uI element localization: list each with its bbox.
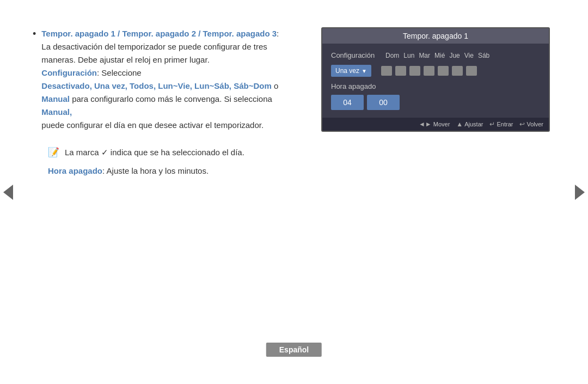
right-arrow-button[interactable] [572, 16, 588, 368]
manual-word2: Manual, [41, 107, 72, 117]
tv-panel: Tempor. apagado 1 Configuración Dom Lun … [321, 27, 550, 132]
bullet-body: Tempor. apagado 1 / Tempor. apagado 2 / … [41, 27, 299, 132]
tv-day-box-7[interactable] [466, 66, 477, 76]
tv-time-row: 04 00 [331, 95, 540, 110]
tv-day-boxes [381, 66, 477, 76]
tv-day-lun: Lun [403, 52, 414, 59]
right-arrow-icon [575, 185, 585, 200]
config-colon: : Seleccione [97, 68, 142, 77]
tv-day-box-4[interactable] [424, 66, 434, 76]
options-list: Desactivado, Una vez, Todos, Lun~Vie, Lu… [41, 81, 271, 90]
text-section: • Tempor. apagado 1 / Tempor. apagado 2 … [33, 27, 299, 136]
move-icon: ◄► [419, 120, 432, 128]
o: o [274, 81, 278, 90]
tv-day-box-6[interactable] [452, 66, 463, 76]
enter-label: Entrar [497, 121, 513, 127]
hora-description: Hora apagado: Ajuste la hora y los minut… [48, 164, 550, 178]
para3: puede configurar el día en que desee act… [41, 120, 264, 130]
move-label: Mover [433, 121, 450, 127]
tv-config-row: Configuración Dom Lun Mar Mié Jue Vie Sá… [331, 51, 540, 59]
back-icon: ↩ [519, 120, 525, 128]
bullet-dot: • [33, 28, 36, 40]
tv-footer: ◄► Mover ▲ Ajustar ↵ Entrar ↩ Volver [322, 118, 549, 131]
tv-select-row: Una vez ▼ [331, 65, 540, 77]
tv-footer-move: ◄► Mover [419, 120, 450, 128]
tv-panel-title: Tempor. apagado 1 [322, 28, 549, 44]
colon: : [277, 29, 279, 38]
bullet-title: Tempor. apagado 1 / Tempor. apagado 2 / … [41, 29, 277, 38]
tv-hora-label: Hora apagado [331, 82, 540, 90]
note-icon: 📝 [48, 147, 59, 158]
adjust-label: Ajustar [464, 121, 483, 127]
tv-day-mar: Mar [419, 52, 430, 59]
tv-day-mie: Mié [434, 52, 445, 59]
language-label: Español [266, 343, 322, 357]
tv-day-box-2[interactable] [395, 66, 406, 76]
tv-day-jue: Jue [449, 52, 460, 59]
hora-colon-text: : Ajuste la hora y los minutos. [102, 166, 209, 175]
manual-word: Manual [41, 94, 70, 103]
note-text: La marca ✓ indica que se ha seleccionado… [65, 146, 244, 159]
tv-footer-enter: ↵ Entrar [489, 120, 513, 128]
enter-icon: ↵ [489, 120, 495, 128]
tv-day-dom: Dom [385, 52, 399, 59]
tv-footer-back: ↩ Volver [519, 120, 543, 128]
config-word: Configuración [41, 68, 97, 77]
bullet-item: • Tempor. apagado 1 / Tempor. apagado 2 … [33, 27, 299, 132]
left-arrow-icon [3, 185, 13, 200]
top-section: • Tempor. apagado 1 / Tempor. apagado 2 … [33, 27, 550, 136]
tv-day-vie: Vie [464, 52, 474, 59]
para2: para configurarlo como más le convenga. … [72, 94, 272, 103]
tv-hora-section: Hora apagado 04 00 [331, 82, 540, 110]
tv-hour-box[interactable]: 04 [331, 95, 364, 110]
paragraph1: La desactivación del temporizador se pue… [41, 42, 267, 64]
tv-select-value: Una vez [335, 67, 359, 75]
left-arrow-button[interactable] [0, 16, 16, 368]
tv-config-label: Configuración [331, 51, 380, 59]
tv-minute-box[interactable]: 00 [367, 95, 400, 110]
hora-label-text: Hora apagado [48, 166, 102, 175]
tv-day-box-3[interactable] [409, 66, 420, 76]
tv-select-box[interactable]: Una vez ▼ [331, 65, 371, 77]
tv-select-arrow-icon: ▼ [362, 68, 367, 74]
content-area: • Tempor. apagado 1 / Tempor. apagado 2 … [16, 16, 572, 368]
back-label: Volver [526, 121, 543, 127]
days-row: Dom Lun Mar Mié Jue Vie Sáb [385, 52, 489, 59]
tv-panel-body: Configuración Dom Lun Mar Mié Jue Vie Sá… [322, 44, 549, 118]
tv-day-sab: Sáb [478, 52, 489, 59]
note-section: 📝 La marca ✓ indica que se ha selecciona… [48, 146, 550, 159]
adjust-icon: ▲ [456, 120, 463, 128]
tv-footer-adjust: ▲ Ajustar [456, 120, 483, 128]
tv-day-box-1[interactable] [381, 66, 392, 76]
tv-day-box-5[interactable] [438, 66, 449, 76]
